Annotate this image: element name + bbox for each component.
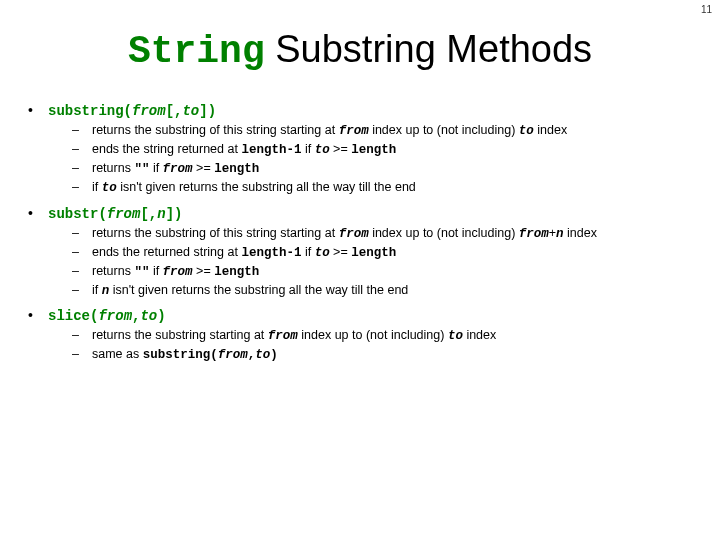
dash-icon: – bbox=[72, 140, 92, 158]
list-item-text: ends the returned string at length-1 if … bbox=[92, 243, 692, 262]
dash-icon: – bbox=[72, 224, 92, 242]
list-item: –ends the string returned at length-1 if… bbox=[72, 140, 692, 159]
dash-icon: – bbox=[72, 121, 92, 139]
method-sublist: –returns the substring of this string st… bbox=[72, 121, 692, 198]
bullet-icon: • bbox=[28, 306, 48, 322]
dash-icon: – bbox=[72, 345, 92, 363]
content-area: •substring(from[,to])–returns the substr… bbox=[28, 101, 692, 364]
dash-icon: – bbox=[72, 326, 92, 344]
list-item-text: if to isn't given returns the substring … bbox=[92, 178, 692, 197]
list-item-text: ends the string returned at length-1 if … bbox=[92, 140, 692, 159]
list-item: –returns "" if from >= length bbox=[72, 262, 692, 281]
list-item-text: returns "" if from >= length bbox=[92, 262, 692, 281]
list-item-text: returns the substring starting at from i… bbox=[92, 326, 692, 345]
list-item: –returns "" if from >= length bbox=[72, 159, 692, 178]
list-item: –ends the returned string at length-1 if… bbox=[72, 243, 692, 262]
list-item: –same as substring(from,to) bbox=[72, 345, 692, 364]
list-item: –if to isn't given returns the substring… bbox=[72, 178, 692, 197]
list-item-text: same as substring(from,to) bbox=[92, 345, 692, 364]
list-item: –returns the substring of this string st… bbox=[72, 121, 692, 140]
method-heading-row: •substr(from[,n]) bbox=[28, 204, 692, 222]
dash-icon: – bbox=[72, 281, 92, 299]
bullet-icon: • bbox=[28, 204, 48, 220]
method-sublist: –returns the substring starting at from … bbox=[72, 326, 692, 364]
list-item-text: if n isn't given returns the substring a… bbox=[92, 281, 692, 300]
dash-icon: – bbox=[72, 262, 92, 280]
method-block: •substr(from[,n])–returns the substring … bbox=[28, 204, 692, 301]
title-rest: Substring Methods bbox=[265, 28, 592, 70]
method-block: •slice(from,to)–returns the substring st… bbox=[28, 306, 692, 364]
list-item: –returns the substring starting at from … bbox=[72, 326, 692, 345]
title-code: String bbox=[128, 30, 265, 73]
bullet-icon: • bbox=[28, 101, 48, 117]
list-item-text: returns the substring of this string sta… bbox=[92, 121, 692, 140]
method-heading-row: •slice(from,to) bbox=[28, 306, 692, 324]
dash-icon: – bbox=[72, 243, 92, 261]
dash-icon: – bbox=[72, 159, 92, 177]
list-item-text: returns the substring of this string sta… bbox=[92, 224, 692, 243]
method-block: •substring(from[,to])–returns the substr… bbox=[28, 101, 692, 198]
list-item: –returns the substring of this string st… bbox=[72, 224, 692, 243]
page-number: 11 bbox=[701, 4, 712, 15]
method-signature: substring(from[,to]) bbox=[48, 103, 216, 119]
method-sublist: –returns the substring of this string st… bbox=[72, 224, 692, 301]
method-signature: slice(from,to) bbox=[48, 308, 166, 324]
method-heading-row: •substring(from[,to]) bbox=[28, 101, 692, 119]
method-signature: substr(from[,n]) bbox=[48, 206, 182, 222]
page-title: String Substring Methods bbox=[0, 28, 720, 73]
list-item: –if n isn't given returns the substring … bbox=[72, 281, 692, 300]
list-item-text: returns "" if from >= length bbox=[92, 159, 692, 178]
dash-icon: – bbox=[72, 178, 92, 196]
